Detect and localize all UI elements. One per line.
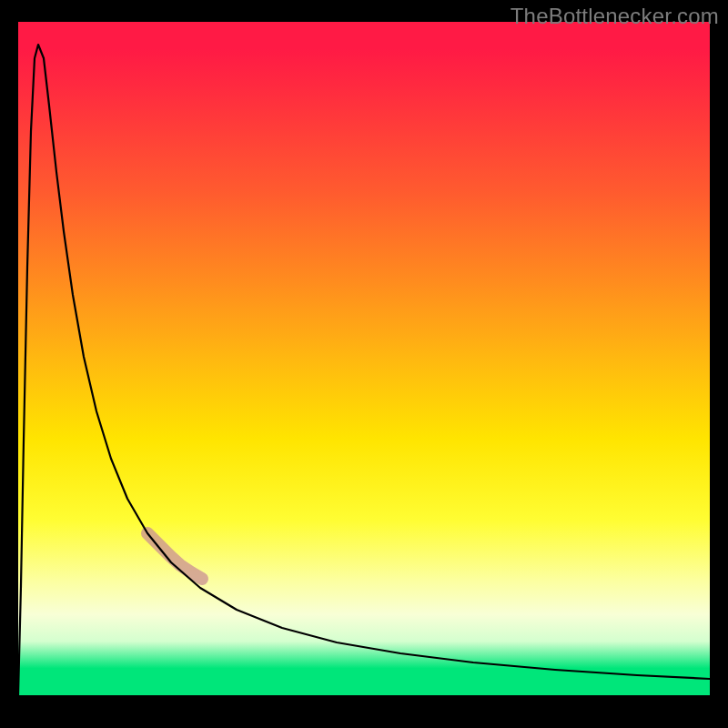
chart-stage: TheBottlenecker.com <box>0 0 728 728</box>
curve-layer <box>18 22 710 695</box>
attribution-text: TheBottlenecker.com <box>511 4 719 29</box>
bottleneck-curve <box>18 45 710 695</box>
plot-area <box>18 22 710 695</box>
curve-highlight <box>147 533 202 579</box>
